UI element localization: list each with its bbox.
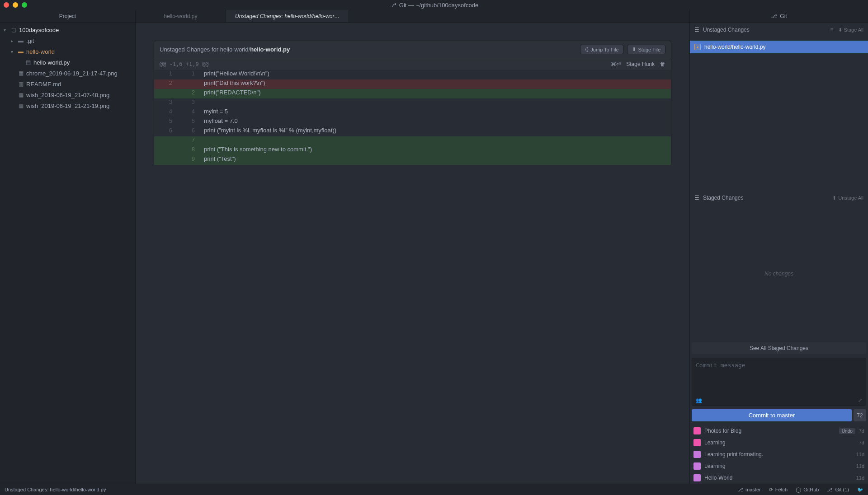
tab-unstaged-changes[interactable]: Unstaged Changes: hello-world/hello-wor… [226, 10, 349, 22]
new-line-number: 7 [177, 136, 199, 146]
commit-row[interactable]: Learning11d [690, 460, 868, 472]
tree-root-label: 100daysofcode [19, 27, 59, 33]
recent-commits-list: Photos for BlogUndo7dLearning7dLearning … [690, 425, 868, 484]
hunk-range: @@ -1,6 +1,9 @@ [160, 61, 208, 67]
avatar [693, 474, 701, 481]
file-icon: ▤ [24, 59, 32, 66]
git-panel: ⎇ Git ☰ Unstaged Changes ≡ ⬇ Stage All ●… [689, 10, 868, 484]
diff-line[interactable]: 8print ("This is something new to commit… [154, 146, 671, 155]
tree-folder-hello-world[interactable]: ▾ ▬ hello-world [0, 46, 135, 57]
project-tree: ▾ ▢ 100daysofcode ▸ ▬ .git ▾ ▬ hello-wor… [0, 23, 135, 113]
commit-message: Learning print formating. [704, 451, 853, 458]
stage-all-button[interactable]: ⬇ Stage All [838, 27, 863, 33]
tree-file-readme[interactable]: ▥ README.md [0, 79, 135, 89]
commit-message-input[interactable] [692, 358, 866, 394]
collapse-icon[interactable]: ≡ [830, 27, 834, 33]
unstaged-files-list: ●hello-world/hello-world.py [690, 41, 868, 53]
git-icon: ⎇ [390, 2, 396, 9]
status-bird-icon[interactable]: 🐦 [857, 487, 863, 493]
github-icon: ◯ [796, 487, 801, 493]
stage-hunk-button[interactable]: Stage Hunk [626, 61, 655, 67]
line-content: print ("myint is %i. myfloat is %i" % (m… [199, 127, 336, 136]
chevron-right-icon: ▸ [11, 38, 15, 43]
diff-line[interactable]: 7 [154, 136, 671, 146]
commit-row[interactable]: Learning7d [690, 437, 868, 448]
stage-hunk-shortcut: ⌘⏎ [611, 61, 621, 67]
old-line-number: 2 [154, 79, 177, 89]
avatar [693, 462, 701, 470]
line-content: print ("Test") [199, 155, 236, 165]
tree-item-label: hello-world.py [33, 59, 70, 66]
tree-file[interactable]: ▦ wish_2019-06-19_21-21-19.png [0, 100, 135, 111]
image-icon: ▦ [17, 91, 24, 98]
commit-button[interactable]: Commit to master [692, 409, 852, 421]
tree-item-label: chrome_2019-06-19_21-17-47.png [26, 70, 118, 77]
status-branch[interactable]: ⎇ master [737, 487, 761, 493]
stage-file-button[interactable]: ⬇ Stage File [627, 45, 665, 54]
maximize-window-button[interactable] [22, 2, 27, 8]
status-git-files[interactable]: ⎇ Git (1) [827, 487, 849, 493]
tree-file[interactable]: ▦ chrome_2019-06-19_21-17-47.png [0, 68, 135, 79]
download-icon: ⬇ [632, 47, 636, 52]
avatar [693, 439, 701, 446]
unstaged-file-row[interactable]: ●hello-world/hello-world.py [690, 41, 868, 53]
tree-item-label: wish_2019-06-19_21-07-48.png [26, 92, 109, 98]
commit-row[interactable]: Learning print formating.11d [690, 448, 868, 460]
book-icon: ▥ [17, 80, 24, 88]
expand-icon[interactable]: ⤢ [858, 397, 862, 403]
diff-line[interactable]: 9print ("Test") [154, 155, 671, 165]
coauthor-icon[interactable]: 👥 [696, 397, 702, 403]
status-badge-modified: ● [694, 44, 701, 50]
jump-to-file-button[interactable]: ⟨⟩ Jump To File [580, 45, 623, 54]
list-icon: ☰ [694, 27, 699, 33]
new-line-number: 1 [177, 70, 199, 79]
tree-file-hello-world-py[interactable]: ▤ hello-world.py [0, 57, 135, 68]
minimize-window-button[interactable] [13, 2, 18, 8]
repo-icon: ▢ [10, 26, 17, 33]
tab-file[interactable]: hello-world.py [136, 10, 226, 22]
commit-message: Learning [704, 439, 855, 446]
diff-line[interactable]: 44myint = 5 [154, 108, 671, 117]
commit-row[interactable]: Hello-World11d [690, 472, 868, 484]
unstage-all-button[interactable]: ⬆ Unstage All [832, 195, 863, 201]
status-github[interactable]: ◯ GitHub [796, 487, 819, 493]
diff-line[interactable]: 66print ("myint is %i. myfloat is %i" % … [154, 127, 671, 136]
diff-line[interactable]: 2print("REDACTED\n") [154, 89, 671, 98]
image-icon: ▦ [17, 102, 24, 109]
status-bar: Unstaged Changes: hello-world/hello-worl… [0, 484, 868, 495]
download-icon: ⬇ [838, 27, 842, 33]
commit-message: Learning [704, 463, 853, 469]
old-line-number: 5 [154, 117, 177, 127]
tree-root[interactable]: ▾ ▢ 100daysofcode [0, 24, 135, 35]
avatar [693, 427, 701, 434]
line-content: myint = 5 [199, 108, 228, 117]
close-window-button[interactable] [4, 2, 9, 8]
diff-line[interactable]: 11print("Hellow World!\n\n") [154, 70, 671, 79]
discard-hunk-button[interactable]: 🗑 [660, 61, 665, 67]
see-all-staged-button[interactable]: See All Staged Changes [692, 342, 866, 354]
diff-line[interactable]: 2print("Did this work?\n") [154, 79, 671, 89]
diff-line[interactable]: 33 [154, 98, 671, 108]
commit-char-counter: 72 [854, 409, 866, 421]
tree-folder-git[interactable]: ▸ ▬ .git [0, 35, 135, 46]
tree-item-label: README.md [26, 81, 61, 88]
chevron-down-icon: ▾ [11, 49, 15, 54]
code-icon: ⟨⟩ [585, 47, 589, 52]
tree-file[interactable]: ▦ wish_2019-06-19_21-07-48.png [0, 89, 135, 100]
diff-file-title: Unstaged Changes for hello-world/hello-w… [160, 46, 290, 53]
line-content [199, 136, 204, 146]
branch-icon: ⎇ [737, 487, 743, 493]
commit-row[interactable]: Photos for BlogUndo7d [690, 425, 868, 437]
upload-icon: ⬆ [832, 195, 836, 201]
status-fetch[interactable]: ⟳ Fetch [769, 487, 788, 493]
new-line-number: 9 [177, 155, 199, 165]
window-title: ⎇ Git — ~/github/100daysofcode [390, 2, 478, 9]
staged-section-header: ☰ Staged Changes ⬆ Unstage All [690, 191, 868, 205]
undo-button[interactable]: Undo [839, 428, 855, 434]
unstaged-section-header: ☰ Unstaged Changes ≡ ⬇ Stage All [690, 23, 868, 37]
staged-empty-state: No changes [690, 205, 868, 342]
diff-line[interactable]: 55myfloat = 7.0 [154, 117, 671, 127]
old-line-number [154, 146, 177, 155]
line-content [199, 98, 204, 108]
tree-item-label: .git [26, 37, 34, 44]
